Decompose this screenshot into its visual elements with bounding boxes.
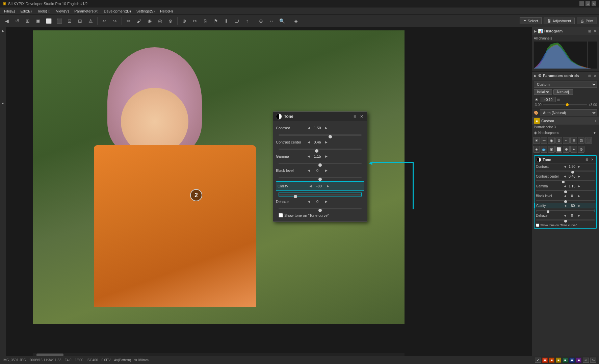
mini-contrast-center-increase[interactable]: ▶ <box>577 174 581 179</box>
tool-icon-12[interactable]: ⬜ <box>555 146 562 153</box>
dehaze-decrease-btn[interactable]: ◀ <box>306 199 311 204</box>
mini-dehaze-thumb[interactable] <box>564 220 567 223</box>
exposure-track[interactable] <box>543 104 587 105</box>
tool-icon-5[interactable]: ↔ <box>563 137 570 144</box>
tool-icon-7[interactable]: ⊡ <box>578 137 584 144</box>
color-tone-dropdown[interactable]: Auto (Natural) <box>540 109 597 116</box>
menu-development[interactable]: Development(D) <box>101 8 134 14</box>
toolbar-back-btn[interactable]: ◀ <box>2 16 11 26</box>
toolbar-paste-btn[interactable]: ⎘ <box>201 16 210 26</box>
tool-icon-10[interactable]: 🐟 <box>541 146 547 153</box>
clarity-increase-btn[interactable]: ▶ <box>325 183 330 189</box>
toolbar-copy-btn[interactable]: ⊕ <box>180 16 189 26</box>
sharpness-dropdown-btn[interactable]: ▼ <box>592 131 597 135</box>
toolbar-undo-btn[interactable]: ↺ <box>12 16 22 26</box>
toolbar-undo2-btn[interactable]: ↩ <box>100 16 109 26</box>
mini-tone-curve-checkbox[interactable] <box>536 224 539 227</box>
mini-clarity-increase[interactable]: ▶ <box>577 203 581 208</box>
status-color-btn-2[interactable]: ■ <box>549 358 554 363</box>
tool-icon-14[interactable]: ✦ <box>570 146 577 153</box>
close-btn[interactable]: ✕ <box>592 1 596 6</box>
toolbar-crop-btn[interactable]: ⬜ <box>44 16 53 26</box>
contrast-slider-track[interactable] <box>279 134 362 136</box>
parameters-header[interactable]: ▶ ⚙ Parameters controls ⊞ ✕ <box>532 72 599 80</box>
histogram-header[interactable]: ▶ 📊 Histogram ⊞ ✕ <box>532 27 599 35</box>
toolbar-stamp-btn[interactable]: ◉ <box>145 16 154 26</box>
status-undo-btn[interactable]: ↩ <box>583 358 589 363</box>
status-redo-btn[interactable]: ↪ <box>590 358 596 363</box>
contrast-center-slider-track[interactable] <box>279 149 362 150</box>
menu-help[interactable]: Help(H) <box>157 8 176 14</box>
histogram-menu-btn[interactable]: ⊞ <box>588 29 592 33</box>
toolbar-zoom-btn[interactable]: ⊕ <box>256 16 266 26</box>
gamma-increase-btn[interactable]: ▶ <box>324 154 329 159</box>
mini-contrast-thumb[interactable] <box>571 171 574 174</box>
tool-icon-8[interactable]: ⬛ <box>585 137 592 144</box>
tone-panel-header[interactable]: Tone ⊞ ✕ <box>273 112 367 121</box>
toolbar-warn-btn[interactable]: ⚠ <box>86 16 95 26</box>
toolbar-paint-btn[interactable]: 🖌 <box>134 16 144 26</box>
toolbar-compare-btn[interactable]: ⊡ <box>65 16 74 26</box>
toolbar-brush-btn[interactable]: ✏ <box>124 16 133 26</box>
black-level-slider-thumb[interactable] <box>318 178 322 181</box>
menu-parameters[interactable]: Parameters(P) <box>72 8 101 14</box>
toolbar-pan-btn[interactable]: ↔ <box>267 16 276 26</box>
menu-file[interactable]: File(E) <box>1 8 18 14</box>
mini-contrast-decrease[interactable]: ◀ <box>563 164 567 169</box>
contrast-center-increase-btn[interactable]: ▶ <box>324 139 329 145</box>
black-level-slider-track[interactable] <box>279 177 362 178</box>
gamma-slider-track[interactable] <box>279 163 362 164</box>
toolbar-flag-btn[interactable]: ⚑ <box>211 16 220 26</box>
toolbar-single-btn[interactable]: ▣ <box>33 16 43 26</box>
contrast-center-decrease-btn[interactable]: ◀ <box>306 139 311 145</box>
toolbar-eye-btn[interactable]: ◎ <box>155 16 165 26</box>
toolbar-grid-btn[interactable]: ⊞ <box>23 16 32 26</box>
mini-tone-panel-header[interactable]: Tone ⊞ ✕ <box>535 156 596 163</box>
dehaze-increase-btn[interactable]: ▶ <box>324 199 329 204</box>
left-panel-toggle[interactable]: ▶ <box>1 28 5 33</box>
toolbar-loupe-btn[interactable]: 🔍 <box>277 16 287 26</box>
status-color-btn-1[interactable]: ■ <box>542 358 548 363</box>
print-btn[interactable]: 🖨 Print <box>577 18 597 24</box>
toolbar-lasso-btn[interactable]: ⊗ <box>166 16 175 26</box>
toolbar-monitor-btn[interactable]: 🖵 <box>232 16 241 26</box>
histogram-close-btn[interactable]: ✕ <box>593 29 597 33</box>
mini-contrast-center-thumb[interactable] <box>562 181 565 183</box>
mini-gamma-increase[interactable]: ▶ <box>577 184 581 188</box>
contrast-decrease-btn[interactable]: ◀ <box>306 125 311 131</box>
tool-icon-15[interactable]: ⊙ <box>578 146 584 153</box>
mini-contrast-increase[interactable]: ▶ <box>577 164 581 169</box>
tool-icon-1[interactable]: ☀ <box>533 137 540 144</box>
parameters-menu-btn[interactable]: ⊞ <box>588 74 592 78</box>
menu-settings[interactable]: Settings(S) <box>134 8 157 14</box>
tone-panel-close[interactable]: ✕ <box>359 114 364 119</box>
status-color-btn-6[interactable]: ■ <box>576 358 581 363</box>
dehaze-slider-thumb[interactable] <box>318 209 322 212</box>
black-level-increase-btn[interactable]: ▶ <box>324 168 329 173</box>
tool-icon-9[interactable]: ◈ <box>533 146 540 153</box>
tool-icon-13[interactable]: ⊕ <box>563 146 570 153</box>
mini-contrast-center-decrease[interactable]: ◀ <box>563 174 567 179</box>
select-btn[interactable]: ✦ Select <box>520 17 542 24</box>
toolbar-dual-btn[interactable]: ⬛ <box>54 16 64 26</box>
clarity-slider-thumb[interactable] <box>294 195 297 198</box>
status-check-btn[interactable]: ✓ <box>535 358 541 363</box>
contrast-center-slider-thumb[interactable] <box>315 149 318 153</box>
mini-gamma-thumb[interactable] <box>564 190 567 193</box>
gamma-decrease-btn[interactable]: ◀ <box>306 154 311 159</box>
left-panel-down[interactable]: ▼ <box>1 101 5 106</box>
minimize-btn[interactable]: ─ <box>579 1 584 6</box>
mini-gamma-decrease[interactable]: ◀ <box>563 184 567 188</box>
black-level-decrease-btn[interactable]: ◀ <box>306 168 311 173</box>
exposure-input[interactable] <box>541 97 556 102</box>
parameters-close-btn[interactable]: ✕ <box>593 74 597 78</box>
status-color-btn-3[interactable]: ■ <box>556 358 561 363</box>
toolbar-arrow-btn[interactable]: ↑ <box>242 16 252 26</box>
mini-black-level-increase[interactable]: ▶ <box>577 193 581 198</box>
tool-icon-6[interactable]: ⊞ <box>570 137 577 144</box>
tone-panel-menu[interactable]: ⊞ <box>353 114 357 118</box>
tool-icon-3[interactable]: ◉ <box>548 137 555 144</box>
mini-tone-menu-btn[interactable]: ⊞ <box>585 158 589 161</box>
adjustment-btn[interactable]: 🎛 Adjustment <box>544 18 575 24</box>
menu-tools[interactable]: Tools(T) <box>34 8 53 14</box>
